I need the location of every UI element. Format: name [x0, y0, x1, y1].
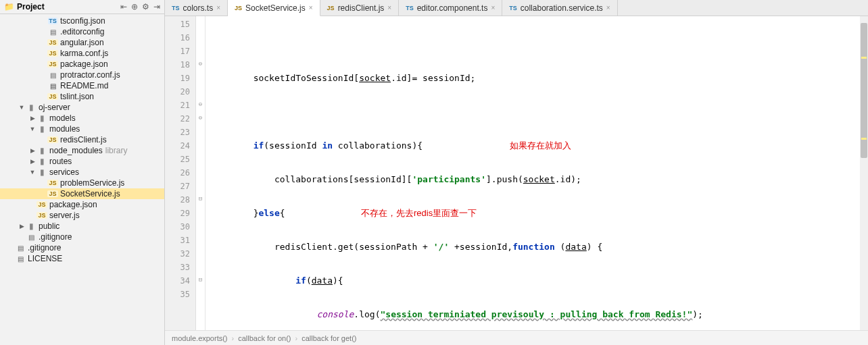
tree-item[interactable]: ▶▮node_moduleslibrary — [0, 145, 164, 156]
line-gutter[interactable]: 1516171819202122232425262728293031323334… — [165, 16, 196, 330]
crumb[interactable]: callback for on() — [238, 334, 291, 342]
fold-marker[interactable] — [196, 178, 205, 192]
fold-marker[interactable] — [196, 43, 205, 57]
collapse-icon[interactable]: ⇤ — [120, 2, 127, 11]
tree-item[interactable]: TStsconfig.json — [0, 16, 164, 26]
tree-arrow-icon[interactable]: ▼ — [18, 104, 26, 111]
line-number[interactable]: 30 — [165, 220, 195, 234]
fold-marker[interactable]: ⊟ — [196, 273, 205, 286]
crumb[interactable]: module.exports() — [172, 334, 228, 342]
editor-tab[interactable]: JSredisClient.js× — [320, 0, 400, 16]
editor-tabs[interactable]: TScolors.ts×JSSocketService.js×JSredisCl… — [165, 0, 868, 16]
tree-item[interactable]: JSkarma.conf.js — [0, 48, 164, 59]
tree-item[interactable]: ▤.editorconfig — [0, 26, 164, 37]
tree-arrow-icon[interactable]: ▶ — [28, 147, 37, 154]
tree-item[interactable]: JStslint.json — [0, 91, 164, 102]
fold-marker[interactable]: ⊖ — [196, 111, 205, 124]
tree-item[interactable]: ▤LICENSE — [0, 253, 164, 264]
project-tree[interactable]: TStsconfig.json▤.editorconfigJSangular.j… — [0, 14, 164, 345]
fold-marker[interactable] — [196, 205, 205, 219]
line-number[interactable]: 32 — [165, 247, 195, 261]
tree-item[interactable]: JSserver.js — [0, 210, 164, 221]
marker[interactable] — [861, 138, 867, 140]
tree-arrow-icon[interactable]: ▼ — [28, 126, 37, 132]
line-number[interactable]: 24 — [165, 139, 195, 153]
line-number[interactable]: 19 — [165, 72, 195, 85]
marker[interactable] — [861, 57, 867, 59]
fold-marker[interactable] — [196, 165, 205, 178]
line-number[interactable]: 35 — [165, 288, 195, 301]
line-number[interactable]: 33 — [165, 261, 195, 274]
tree-item[interactable]: ▼▮oj-server — [0, 102, 164, 113]
fold-marker[interactable] — [196, 232, 205, 246]
line-number[interactable]: 16 — [165, 31, 195, 45]
fold-marker[interactable] — [196, 246, 205, 259]
line-number[interactable]: 22 — [165, 112, 195, 126]
tree-item[interactable]: JSangular.json — [0, 37, 164, 48]
hide-icon[interactable]: ⇥ — [153, 2, 160, 11]
settings-icon[interactable]: ⚙ — [142, 2, 149, 11]
line-number[interactable]: 31 — [165, 234, 195, 247]
fold-marker[interactable]: ⊖ — [196, 97, 205, 111]
fold-marker[interactable] — [196, 138, 205, 151]
tree-item[interactable]: ▶▮routes — [0, 156, 164, 167]
close-icon[interactable]: × — [216, 4, 220, 11]
line-number[interactable]: 21 — [165, 99, 195, 112]
line-number[interactable]: 18 — [165, 58, 195, 72]
tree-item[interactable]: ▶▮public — [0, 221, 164, 232]
editor-tab[interactable]: TScolors.ts× — [165, 0, 228, 16]
tree-item[interactable]: ▤README.md — [0, 80, 164, 91]
line-number[interactable]: 27 — [165, 180, 195, 193]
close-icon[interactable]: × — [387, 4, 391, 11]
fold-marker[interactable] — [196, 30, 205, 43]
tree-item[interactable]: ▼▮modules — [0, 124, 164, 134]
tree-arrow-icon[interactable]: ▶ — [28, 158, 37, 165]
tree-item[interactable]: JSproblemService.js — [0, 178, 164, 188]
tree-item[interactable]: JSpackage.json — [0, 199, 164, 210]
vertical-scrollbar[interactable] — [860, 16, 868, 330]
line-number[interactable]: 17 — [165, 45, 195, 58]
js-icon: JS — [327, 5, 335, 11]
close-icon[interactable]: × — [606, 4, 610, 11]
line-number[interactable]: 28 — [165, 193, 195, 207]
fold-marker[interactable] — [196, 70, 205, 84]
fold-marker[interactable] — [196, 219, 205, 232]
editor-tab[interactable]: TScollaboration.service.ts× — [502, 0, 617, 16]
line-number[interactable]: 29 — [165, 207, 195, 220]
fold-marker[interactable] — [196, 259, 205, 273]
breadcrumb[interactable]: module.exports()› callback for on()› cal… — [165, 330, 868, 345]
fold-marker[interactable] — [196, 151, 205, 165]
fold-marker[interactable] — [196, 124, 205, 138]
line-number[interactable]: 26 — [165, 166, 195, 180]
line-number[interactable]: 20 — [165, 85, 195, 99]
select-opened-icon[interactable]: ⊕ — [131, 2, 138, 11]
crumb[interactable]: callback for get() — [302, 334, 356, 342]
tree-item[interactable]: JSSocketService.js — [0, 188, 164, 199]
tree-item[interactable]: ▤protractor.conf.js — [0, 70, 164, 80]
code-area[interactable]: socketIdToSessionId[socket.id]= sessionI… — [206, 16, 868, 330]
tree-item[interactable]: ▤.gitignore — [0, 232, 164, 242]
tree-item[interactable]: ▤.gitignore — [0, 242, 164, 253]
tree-arrow-icon[interactable]: ▶ — [18, 223, 26, 230]
close-icon[interactable]: × — [491, 4, 495, 11]
line-number[interactable]: 25 — [165, 153, 195, 166]
editor-tab[interactable]: JSSocketService.js× — [228, 0, 320, 16]
fold-marker[interactable] — [196, 286, 205, 300]
line-number[interactable]: 15 — [165, 18, 195, 31]
tree-item[interactable]: ▶▮models — [0, 113, 164, 124]
tree-arrow-icon[interactable]: ▶ — [28, 115, 37, 122]
close-icon[interactable]: × — [309, 4, 313, 11]
fold-marker[interactable] — [196, 16, 205, 30]
editor-tab[interactable]: TSeditor.component.ts× — [399, 0, 502, 16]
line-number[interactable]: 23 — [165, 126, 195, 139]
keyword: else — [258, 208, 279, 218]
tree-item[interactable]: JSredisClient.js — [0, 134, 164, 145]
line-number[interactable]: 34 — [165, 274, 195, 288]
fold-gutter[interactable]: ⊖⊖⊖⊟⊟ — [196, 16, 206, 330]
fold-marker[interactable] — [196, 84, 205, 97]
fold-marker[interactable]: ⊖ — [196, 57, 205, 70]
tree-item[interactable]: ▼▮services — [0, 167, 164, 178]
tree-arrow-icon[interactable]: ▼ — [28, 169, 37, 176]
tree-item[interactable]: JSpackage.json — [0, 59, 164, 70]
fold-marker[interactable]: ⊟ — [196, 192, 205, 205]
